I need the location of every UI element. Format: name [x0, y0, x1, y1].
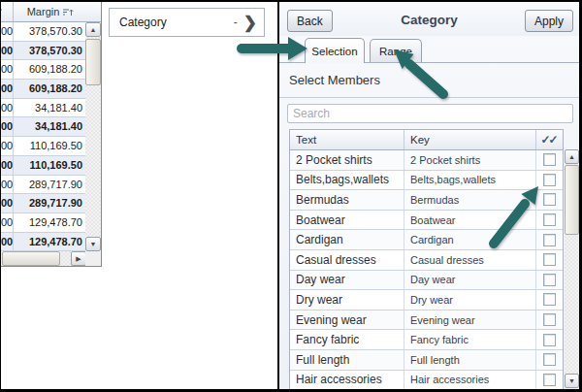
scroll-up-icon[interactable]: ▲ [85, 22, 101, 37]
row-partial-value: 00 [1, 117, 14, 136]
table-row[interactable]: 00 289,717.90 [1, 194, 85, 213]
member-checkbox[interactable] [543, 334, 556, 346]
margin-value: 378,570.30 [14, 42, 85, 60]
scrollbar-thumb[interactable] [85, 39, 101, 85]
double-check-icon: ✓✓ [540, 133, 558, 147]
panel-header: Back Category Apply [279, 2, 579, 36]
text-column-header[interactable]: Text [290, 134, 404, 146]
scrollbar-thumb[interactable] [565, 165, 579, 235]
row-partial-value: 00 [1, 233, 14, 251]
scroll-down-icon[interactable]: ▼ [85, 237, 101, 251]
member-key: Fancy fabric [404, 330, 535, 349]
table-row[interactable]: 00 110,169.50 [1, 137, 85, 156]
member-row[interactable]: Bermudas Bermudas [290, 190, 563, 211]
member-check-cell [535, 271, 563, 290]
row-partial-value: 00 [1, 99, 14, 117]
member-checkbox[interactable] [543, 353, 556, 366]
member-key: Casual dresses [404, 250, 535, 270]
member-text: Cardigan [290, 233, 404, 246]
row-partial-value: 00 [1, 60, 14, 79]
member-key: Belts,bags,wallets [404, 171, 535, 190]
table-row[interactable]: 00 34,181.40 [1, 117, 85, 137]
member-text: Casual dresses [290, 253, 404, 267]
member-row[interactable]: Day wear Day wear [290, 271, 563, 291]
row-partial-value: 00 [1, 176, 14, 194]
members-vertical-scrollbar[interactable]: ▲ ▼ [565, 149, 579, 388]
member-text: Evening wear [290, 313, 404, 327]
tab-selection[interactable]: Selection [305, 38, 365, 63]
member-key: Dry wear [404, 290, 535, 310]
member-checkbox[interactable] [543, 374, 556, 386]
row-partial-value: 00 [1, 137, 14, 155]
member-checkbox[interactable] [543, 293, 556, 306]
member-key: 2 Pocket shirts [404, 150, 535, 170]
member-check-cell [535, 250, 563, 270]
scroll-up-icon[interactable]: ▲ [565, 149, 579, 164]
member-row[interactable]: 2 Pocket shirts 2 Pocket shirts [290, 150, 563, 171]
member-checkbox[interactable] [543, 213, 556, 226]
members-table-header: Text Key ✓✓ [290, 130, 563, 150]
table-row[interactable]: 00 289,717.90 [1, 176, 85, 195]
margin-column-header[interactable]: Margin [14, 6, 101, 17]
member-text: Fancy fabric [290, 333, 404, 346]
table-row[interactable]: 00 609,188.20 [1, 60, 85, 80]
member-text: Dry wear [290, 293, 404, 307]
member-row[interactable]: Hair accessories Hair accessories [290, 371, 563, 389]
member-checkbox[interactable] [543, 153, 556, 166]
member-row[interactable]: Casual dresses Casual dresses [290, 250, 563, 271]
scrollbar-thumb[interactable] [2, 251, 60, 266]
member-checkbox[interactable] [543, 313, 556, 326]
member-checkbox[interactable] [543, 234, 556, 246]
members-table: Text Key ✓✓ 2 Pocket shirts 2 Pocket shi… [289, 129, 564, 389]
table-row[interactable]: 00 378,570.30 [1, 22, 85, 42]
member-check-cell [535, 211, 563, 230]
table-row[interactable]: 00 129,478.70 [1, 213, 85, 233]
search-input[interactable] [287, 104, 573, 123]
left-vertical-scrollbar[interactable]: ▲ ▼ [85, 22, 101, 251]
member-row[interactable]: Dry wear Dry wear [290, 290, 563, 310]
chevron-right-icon[interactable]: ❯ [243, 15, 257, 31]
tab-range[interactable]: Range [370, 39, 422, 62]
member-check-cell [535, 190, 563, 210]
member-row[interactable]: Full length Full length [290, 350, 563, 371]
member-row[interactable]: Boatwear Boatwear [290, 211, 563, 231]
table-row[interactable]: 00 34,181.40 [1, 99, 85, 118]
member-text: 2 Pocket shirts [290, 153, 404, 167]
table-row[interactable]: 00 110,169.50 [1, 156, 85, 176]
scroll-right-icon[interactable]: ▶ [71, 251, 86, 266]
member-row[interactable]: Cardigan Cardigan [290, 230, 563, 250]
member-row[interactable]: Fancy fabric Fancy fabric [290, 330, 563, 350]
member-key: Day wear [404, 271, 535, 290]
member-text: Day wear [290, 273, 404, 286]
sort-icon-fragment [1, 8, 6, 16]
check-column-header[interactable]: ✓✓ [535, 130, 563, 149]
member-checkbox[interactable] [543, 193, 556, 206]
member-key: Boatwear [404, 211, 535, 230]
apply-button[interactable]: Apply [525, 10, 573, 32]
table-row[interactable]: 00 129,478.70 [1, 233, 85, 252]
member-checkbox[interactable] [543, 174, 556, 186]
divider [279, 97, 579, 98]
partial-column-header [1, 2, 14, 21]
scrollbar-corner [85, 251, 101, 266]
member-checkbox[interactable] [543, 274, 556, 286]
scroll-down-icon[interactable]: ▼ [565, 374, 579, 388]
category-filter-dropdown[interactable]: Category - ❯ [109, 8, 265, 37]
member-key: Full length [404, 350, 535, 370]
margin-value: 110,169.50 [14, 137, 85, 155]
left-horizontal-scrollbar[interactable]: ▶ [1, 251, 86, 266]
margin-value: 289,717.90 [14, 176, 85, 194]
member-checkbox[interactable] [543, 253, 556, 266]
member-text: Bermudas [290, 193, 404, 207]
member-key: Bermudas [404, 190, 535, 210]
key-column-header[interactable]: Key [404, 130, 535, 149]
table-row[interactable]: 00 378,570.30 [1, 42, 85, 61]
row-partial-value: 00 [1, 22, 14, 41]
table-row[interactable]: 00 609,188.20 [1, 80, 85, 99]
member-row[interactable]: Evening wear Evening wear [290, 310, 563, 331]
panel-content: Select Members Text Key ✓✓ 2 Pocket shir… [279, 62, 579, 389]
member-row[interactable]: Belts,bags,wallets Belts,bags,wallets [290, 171, 563, 191]
member-text: Boatwear [290, 213, 404, 227]
member-text: Full length [290, 353, 404, 367]
member-key: Hair accessories [404, 371, 535, 389]
